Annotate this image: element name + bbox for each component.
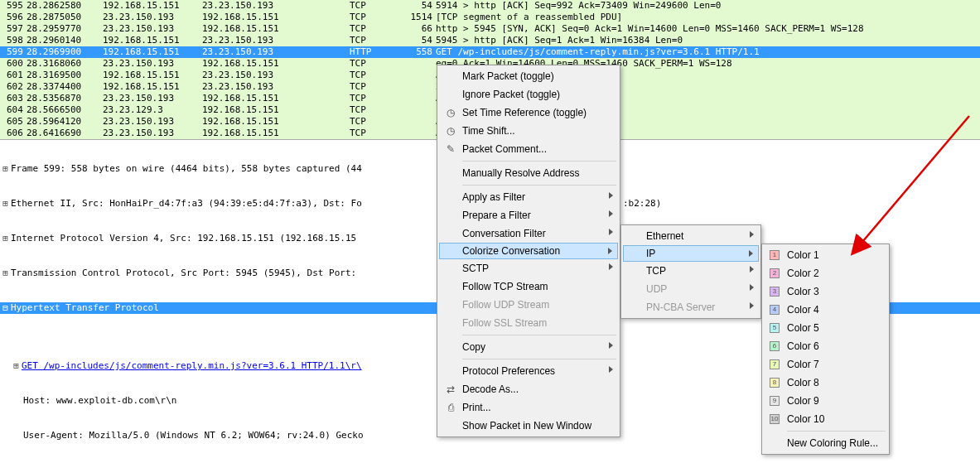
submenu-ip[interactable]: IP bbox=[623, 245, 759, 262]
color-swatch-icon: 6 bbox=[770, 341, 780, 351]
menu-copy[interactable]: Copy bbox=[439, 338, 618, 356]
menu-separator bbox=[462, 185, 616, 186]
comment-icon: ✎ bbox=[444, 142, 457, 156]
color-option-8[interactable]: 8Color 8 bbox=[764, 374, 887, 392]
menu-prepare-a-filter[interactable]: Prepare a Filter bbox=[439, 206, 618, 224]
chevron-right-icon bbox=[750, 284, 754, 291]
color-option-10[interactable]: 10Color 10 bbox=[764, 410, 887, 428]
color-swatch-icon: 3 bbox=[770, 287, 780, 297]
color-swatch-icon: 10 bbox=[770, 414, 780, 424]
menu-conversation-filter[interactable]: Conversation Filter bbox=[439, 224, 618, 243]
menu-separator bbox=[787, 431, 886, 432]
menu-apply-as-filter[interactable]: Apply as Filter bbox=[439, 188, 618, 206]
chevron-right-icon bbox=[609, 210, 613, 217]
expand-icon[interactable]: ⊞ bbox=[0, 163, 11, 175]
packet-row[interactable]: 59528.2862580192.168.15.15123.23.150.193… bbox=[0, 0, 980, 12]
chevron-right-icon bbox=[609, 263, 613, 270]
color-option-6[interactable]: 6Color 6 bbox=[764, 337, 887, 355]
color-swatch-icon: 1 bbox=[770, 250, 780, 260]
menu-separator bbox=[462, 335, 616, 335]
menu-set-time-reference[interactable]: ◷Set Time Reference (toggle) bbox=[439, 104, 618, 122]
submenu-udp: UDP bbox=[623, 280, 759, 298]
http-host: Host: www.exploit-db.com\r\n bbox=[23, 395, 176, 407]
menu-new-coloring-rule[interactable]: New Coloring Rule... bbox=[764, 434, 887, 452]
menu-follow-ssl-stream: Follow SSL Stream bbox=[439, 314, 618, 332]
print-icon: ⎙ bbox=[444, 401, 457, 414]
frame-summary: Frame 599: 558 bytes on wire (4464 bits)… bbox=[11, 163, 362, 175]
expand-icon[interactable]: ⊞ bbox=[0, 233, 11, 244]
menu-packet-comment[interactable]: ✎Packet Comment... bbox=[439, 140, 618, 158]
color-option-2[interactable]: 2Color 2 bbox=[764, 264, 887, 282]
color-submenu[interactable]: 1Color 12Color 23Color 34Color 45Color 5… bbox=[761, 244, 890, 455]
decode-icon: ⇄ bbox=[444, 383, 457, 396]
http-user-agent: User-Agent: Mozilla/5.0 (Windows NT 6.2;… bbox=[23, 430, 364, 441]
color-swatch-icon: 9 bbox=[770, 396, 780, 406]
colorize-submenu[interactable]: Ethernet IP TCP UDP PN-CBA Server bbox=[620, 224, 761, 319]
chevron-right-icon bbox=[609, 342, 613, 349]
menu-follow-udp-stream: Follow UDP Stream bbox=[439, 296, 618, 314]
menu-separator bbox=[462, 161, 616, 162]
ethernet-summary: Ethernet II, Src: HonHaiPr_d4:7f:a3 (94:… bbox=[11, 198, 362, 210]
submenu-ethernet[interactable]: Ethernet bbox=[623, 227, 759, 245]
clock-icon: ◷ bbox=[444, 106, 457, 119]
ethernet-tail: :b2:28) bbox=[623, 198, 661, 210]
menu-decode-as[interactable]: ⇄Decode As... bbox=[439, 380, 618, 398]
http-request-line[interactable]: GET /wp-includes/js/comment-reply.min.js… bbox=[22, 360, 362, 372]
color-option-3[interactable]: 3Color 3 bbox=[764, 282, 887, 301]
packet-row[interactable]: 59728.295977023.23.150.193192.168.15.151… bbox=[0, 23, 980, 35]
chevron-right-icon bbox=[749, 250, 753, 257]
submenu-pn-cba: PN-CBA Server bbox=[623, 298, 759, 316]
chevron-right-icon bbox=[609, 192, 613, 199]
menu-protocol-preferences[interactable]: Protocol Preferences bbox=[439, 362, 618, 380]
packet-context-menu[interactable]: Mark Packet (toggle) Ignore Packet (togg… bbox=[437, 65, 620, 437]
chevron-right-icon bbox=[750, 302, 754, 309]
ip-summary: Internet Protocol Version 4, Src: 192.16… bbox=[11, 233, 356, 244]
chevron-right-icon bbox=[750, 231, 754, 238]
expand-icon[interactable]: ⊞ bbox=[0, 198, 11, 210]
color-option-7[interactable]: 7Color 7 bbox=[764, 355, 887, 374]
menu-mark-packet[interactable]: Mark Packet (toggle) bbox=[439, 67, 618, 85]
color-option-5[interactable]: 5Color 5 bbox=[764, 319, 887, 337]
color-swatch-icon: 5 bbox=[770, 323, 780, 333]
collapse-icon[interactable]: ⊟ bbox=[0, 302, 11, 314]
menu-show-packet-new-window[interactable]: Show Packet in New Window bbox=[439, 417, 618, 435]
color-swatch-icon: 2 bbox=[770, 268, 780, 278]
expand-icon[interactable]: ⊞ bbox=[0, 268, 11, 279]
submenu-tcp[interactable]: TCP bbox=[623, 262, 759, 280]
color-option-4[interactable]: 4Color 4 bbox=[764, 301, 887, 319]
menu-manually-resolve[interactable]: Manually Resolve Address bbox=[439, 164, 618, 182]
tcp-summary: Transmission Control Protocol, Src Port:… bbox=[11, 268, 356, 279]
packet-row[interactable]: 59928.2969900192.168.15.15123.23.150.193… bbox=[0, 46, 980, 58]
menu-print[interactable]: ⎙Print... bbox=[439, 398, 618, 417]
chevron-right-icon bbox=[609, 366, 613, 373]
menu-separator bbox=[462, 359, 616, 359]
menu-sctp[interactable]: SCTP bbox=[439, 259, 618, 277]
menu-follow-tcp-stream[interactable]: Follow TCP Stream bbox=[439, 277, 618, 296]
packet-row[interactable]: 59628.287505023.23.150.193192.168.15.151… bbox=[0, 12, 980, 23]
chevron-right-icon bbox=[609, 229, 613, 235]
menu-colorize-conversation[interactable]: Colorize Conversation bbox=[439, 243, 618, 259]
color-swatch-icon: 4 bbox=[770, 305, 780, 315]
clock-icon: ◷ bbox=[444, 124, 457, 137]
menu-ignore-packet[interactable]: Ignore Packet (toggle) bbox=[439, 85, 618, 104]
color-option-1[interactable]: 1Color 1 bbox=[764, 246, 887, 264]
color-option-9[interactable]: 9Color 9 bbox=[764, 392, 887, 410]
packet-row[interactable]: 59828.2960140192.168.15.15123.23.150.193… bbox=[0, 35, 980, 46]
chevron-right-icon bbox=[608, 248, 612, 254]
color-swatch-icon: 8 bbox=[770, 378, 780, 388]
http-header: Hypertext Transfer Protocol bbox=[11, 302, 159, 314]
chevron-right-icon bbox=[750, 266, 754, 272]
color-swatch-icon: 7 bbox=[770, 359, 780, 369]
expand-icon[interactable]: ⊞ bbox=[11, 360, 22, 372]
menu-time-shift[interactable]: ◷Time Shift... bbox=[439, 122, 618, 140]
